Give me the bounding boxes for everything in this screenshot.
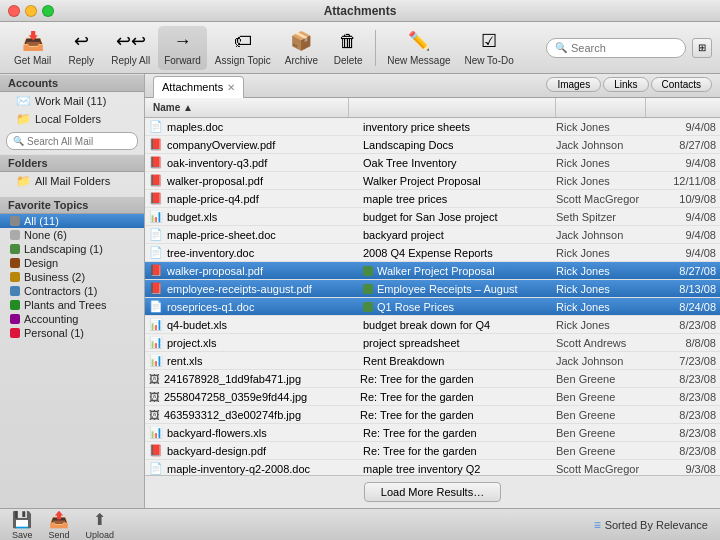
get-mail-button[interactable]: 📥 Get Mail — [8, 26, 57, 70]
description-area: Re: Tree for the garden — [360, 409, 556, 421]
send-label: Send — [49, 530, 70, 540]
file-name: roseprices-q1.doc — [167, 301, 363, 313]
description-area: maple tree inventory Q2 — [363, 463, 556, 475]
delete-label: Delete — [334, 55, 363, 66]
sidebar-topic-business[interactable]: Business (2) — [0, 270, 144, 284]
localfolders-icon: 📁 — [16, 112, 31, 126]
file-icon: 📕 — [149, 156, 163, 169]
file-icon: 📊 — [149, 426, 163, 439]
topic-flag — [363, 266, 373, 276]
archive-button[interactable]: 📦 Archive — [279, 26, 324, 70]
file-date: 8/13/08 — [646, 283, 716, 295]
sidebar-item-allmail[interactable]: 📁 All Mail Folders — [0, 172, 144, 190]
topics-header: Favorite Topics — [0, 196, 144, 214]
save-button[interactable]: 💾 Save — [12, 510, 33, 540]
search-icon: 🔍 — [555, 42, 567, 53]
new-todo-button[interactable]: ☑ New To-Do — [459, 26, 520, 70]
topic-accounting-label: Accounting — [24, 313, 78, 325]
window-title: Attachments — [324, 4, 397, 18]
assign-topic-icon: 🏷 — [231, 29, 255, 53]
table-row[interactable]: 📊q4-budet.xlsbudget break down for Q4Ric… — [145, 316, 720, 334]
search-input[interactable] — [571, 42, 677, 54]
table-row[interactable]: 📊backyard-flowers.xlsRe: Tree for the ga… — [145, 424, 720, 442]
traffic-lights — [8, 5, 54, 17]
file-name: oak-inventory-q3.pdf — [167, 157, 363, 169]
table-row[interactable]: 🖼463593312_d3e00274fb.jpgRe: Tree for th… — [145, 406, 720, 424]
table-row[interactable]: 📕oak-inventory-q3.pdfOak Tree InventoryR… — [145, 154, 720, 172]
file-date: 12/11/08 — [646, 175, 716, 187]
new-message-button[interactable]: ✏️ New Message — [381, 26, 456, 70]
close-button[interactable] — [8, 5, 20, 17]
sidebar-item-localfolders[interactable]: 📁 Local Folders — [0, 110, 144, 128]
topic-accounting-dot — [10, 314, 20, 324]
file-icon: 🖼 — [149, 373, 160, 385]
links-view-button[interactable]: Links — [603, 77, 648, 92]
sidebar-item-workmail[interactable]: ✉️ Work Mail (11) — [0, 92, 144, 110]
table-row[interactable]: 📕walker-proposal.pdfWalker Project Propo… — [145, 262, 720, 280]
person-name: Rick Jones — [556, 121, 646, 133]
file-description: backyard project — [363, 229, 556, 241]
file-icon: 📕 — [149, 192, 163, 205]
sidebar-topic-landscaping[interactable]: Landscaping (1) — [0, 242, 144, 256]
table-row[interactable]: 📄roseprices-q1.docQ1 Rose PricesRick Jon… — [145, 298, 720, 316]
send-button[interactable]: 📤 Send — [49, 510, 70, 540]
table-row[interactable]: 📕maple-price-q4.pdfmaple tree pricesScot… — [145, 190, 720, 208]
forward-button[interactable]: → Forward — [158, 26, 207, 70]
contacts-view-button[interactable]: Contacts — [651, 77, 712, 92]
assign-topic-button[interactable]: 🏷 Assign Topic — [209, 26, 277, 70]
sidebar-topic-accounting[interactable]: Accounting — [0, 312, 144, 326]
attachment-table[interactable]: 📄maples.docinventory price sheetsRick Jo… — [145, 118, 720, 475]
table-row[interactable]: 📊rent.xlsRent BreakdownJack Johnson7/23/… — [145, 352, 720, 370]
reply-button[interactable]: ↩ Reply — [59, 26, 103, 70]
sidebar-topic-plants[interactable]: Plants and Trees — [0, 298, 144, 312]
file-description: Employee Receipts – August — [377, 283, 556, 295]
reply-all-button[interactable]: ↩↩ Reply All — [105, 26, 156, 70]
topic-business-label: Business (2) — [24, 271, 85, 283]
minimize-button[interactable] — [25, 5, 37, 17]
attachments-tab-close[interactable]: ✕ — [227, 82, 235, 93]
table-row[interactable]: 🖼2558047258_0359e9fd44.jpgRe: Tree for t… — [145, 388, 720, 406]
table-row[interactable]: 📕walker-proposal.pdfWalker Project Propo… — [145, 172, 720, 190]
images-view-button[interactable]: Images — [546, 77, 601, 92]
table-row[interactable]: 📊project.xlsproject spreadsheetScott And… — [145, 334, 720, 352]
upload-button[interactable]: ⬆ Upload — [86, 510, 115, 540]
topic-personal-dot — [10, 328, 20, 338]
table-row[interactable]: 📄tree-inventory.doc2008 Q4 Expense Repor… — [145, 244, 720, 262]
file-description: Walker Project Proposal — [363, 175, 556, 187]
sidebar-topic-design[interactable]: Design — [0, 256, 144, 270]
topic-landscaping-label: Landscaping (1) — [24, 243, 103, 255]
topic-flag — [363, 284, 373, 294]
file-name: q4-budet.xls — [167, 319, 363, 331]
table-row[interactable]: 📕backyard-design.pdfRe: Tree for the gar… — [145, 442, 720, 460]
sidebar-topic-personal[interactable]: Personal (1) — [0, 326, 144, 340]
sidebar-search-box: 🔍 — [6, 132, 138, 150]
table-row[interactable]: 📄maple-price-sheet.docbackyard projectJa… — [145, 226, 720, 244]
topic-contractors-label: Contractors (1) — [24, 285, 97, 297]
load-more-button[interactable]: Load More Results… — [364, 482, 501, 502]
attachments-tab[interactable]: Attachments ✕ — [153, 76, 244, 98]
sidebar-topic-none[interactable]: None (6) — [0, 228, 144, 242]
file-description: inventory price sheets — [363, 121, 556, 133]
new-todo-icon: ☑ — [477, 29, 501, 53]
col-header-name[interactable]: Name ▲ — [149, 98, 349, 117]
col-header-date — [646, 98, 716, 117]
maximize-button[interactable] — [42, 5, 54, 17]
search-action-button[interactable]: ⊞ — [692, 38, 712, 58]
sidebar-topic-contractors[interactable]: Contractors (1) — [0, 284, 144, 298]
file-description: Re: Tree for the garden — [360, 409, 556, 421]
topic-plants-label: Plants and Trees — [24, 299, 107, 311]
table-row[interactable]: 📄maple-inventory-q2-2008.docmaple tree i… — [145, 460, 720, 475]
delete-button[interactable]: 🗑 Delete — [326, 26, 370, 70]
sidebar-topic-all[interactable]: All (11) — [0, 214, 144, 228]
description-area: Landscaping Docs — [363, 139, 556, 151]
table-row[interactable]: 📊budget.xlsbudget for San Jose projectSe… — [145, 208, 720, 226]
person-name: Jack Johnson — [556, 229, 646, 241]
table-row[interactable]: 📄maples.docinventory price sheetsRick Jo… — [145, 118, 720, 136]
table-row[interactable]: 🖼241678928_1dd9fab471.jpgRe: Tree for th… — [145, 370, 720, 388]
sidebar-search-input[interactable] — [27, 136, 131, 147]
workmail-label: Work Mail (11) — [35, 95, 106, 107]
person-name: Ben Greene — [556, 373, 646, 385]
table-row[interactable]: 📕companyOverview.pdfLandscaping DocsJack… — [145, 136, 720, 154]
table-row[interactable]: 📕employee-receipts-august.pdfEmployee Re… — [145, 280, 720, 298]
file-icon: 📕 — [149, 174, 163, 187]
